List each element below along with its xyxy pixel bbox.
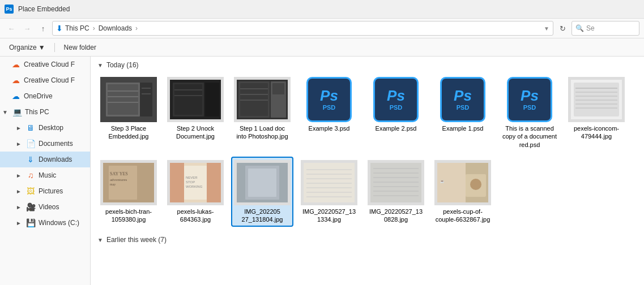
command-separator (54, 43, 55, 52)
command-bar: Organize ▼ New folder (0, 38, 644, 57)
documents-expand-arrow: ► (16, 141, 23, 147)
file-thumb-pexels-iconcom (568, 77, 625, 122)
file-item-pexels-lukas[interactable]: NEVER STOP WORKING pexels-lukas-684363.j… (164, 157, 227, 227)
file-name-step1: Step 1 Load doc into Photoshop.jpg (234, 124, 290, 141)
file-thumb-step2 (167, 77, 224, 122)
sidebar-item-desktop[interactable]: ► 🖥 Desktop (0, 120, 90, 136)
file-thumb-pexels-bich-tran: SAY YES adventures may (100, 160, 157, 205)
file-name-example2: Example 2.psd (376, 124, 417, 132)
sidebar-label-downloads: Downloads (39, 156, 72, 163)
today-chevron-icon: ▼ (97, 62, 103, 68)
today-section-label: Today (16) (106, 61, 139, 69)
file-item-img-130828[interactable]: IMG_20220527_130828.jpg (365, 157, 427, 227)
file-item-pexels-bich-tran[interactable]: SAY YES adventures may pexels-bich-tran-… (97, 157, 160, 227)
search-icon: 🔍 (575, 24, 584, 32)
thumb-svg-step2 (170, 80, 221, 119)
creative-cloud-icon-1: ☁ (11, 60, 20, 69)
svg-rect-24 (574, 83, 619, 116)
sidebar-item-documents[interactable]: ► 📄 Documents (0, 136, 90, 152)
address-dropdown-arrow[interactable]: ▼ (544, 25, 549, 32)
sidebar-item-pictures[interactable]: ► 🖼 Pictures (0, 183, 90, 199)
music-icon: ♫ (26, 171, 35, 180)
svg-rect-22 (272, 83, 284, 94)
today-section-header[interactable]: ▼ Today (16) (97, 61, 637, 69)
file-thumb-step1 (234, 77, 291, 122)
forward-button[interactable]: → (20, 21, 34, 35)
search-box[interactable]: 🔍 Se (572, 21, 639, 36)
file-thumb-example1: Ps PSD (434, 77, 491, 122)
thumb-svg-img1 (237, 163, 288, 202)
desktop-icon: 🖥 (26, 123, 35, 132)
sidebar-item-onedrive[interactable]: ☁ OneDrive (0, 88, 90, 104)
videos-icon: 🎥 (26, 202, 35, 211)
file-name-example1: Example 1.psd (442, 124, 484, 132)
file-thumb-scanned: Ps PSD (501, 77, 558, 122)
file-name-img-130828: IMG_20220527_130828.jpg (368, 208, 424, 224)
sidebar-item-this-pc[interactable]: ▼ 💻 This PC (0, 104, 90, 120)
file-item-step3[interactable]: Step 3 Place Embedded.jpg (97, 74, 160, 152)
file-thumb-pexels-cup: ☕ (434, 160, 491, 205)
thumb-svg-step1 (237, 80, 288, 119)
thumb-svg-img2 (304, 163, 355, 202)
sidebar-item-creative-cloud-1[interactable]: ☁ Creative Cloud F (0, 57, 90, 72)
file-name-img-131334: IMG_20220527_131334.jpg (301, 208, 357, 224)
pictures-icon: 🖼 (26, 187, 35, 196)
file-item-img-131804[interactable]: IMG_202205 27_131804.jpg (231, 157, 293, 227)
up-button[interactable]: ↑ (36, 21, 50, 35)
thumb-svg-pexels1 (571, 80, 622, 119)
svg-rect-14 (205, 83, 219, 116)
file-item-example2[interactable]: Ps PSD Example 2.psd (365, 74, 427, 152)
sidebar-item-videos[interactable]: ► 🎥 Videos (0, 199, 90, 215)
svg-text:WORKING: WORKING (186, 185, 203, 188)
file-item-step2[interactable]: Step 2 Unock Document.jpg (164, 74, 227, 152)
file-item-pexels-cup[interactable]: ☕ pexels-cup-of-couple-6632867.jpg (432, 157, 494, 227)
new-folder-label: New folder (64, 44, 96, 51)
sidebar-item-creative-cloud-2[interactable]: ☁ Creative Cloud F (0, 72, 90, 88)
svg-text:may: may (110, 183, 116, 186)
thumb-svg-step3 (103, 80, 154, 119)
file-name-img-131804: IMG_202205 27_131804.jpg (234, 208, 290, 224)
sidebar: ☁ Creative Cloud F ☁ Creative Cloud F ☁ … (0, 57, 91, 285)
svg-rect-2 (108, 84, 138, 115)
title-bar: Ps Place Embedded (0, 0, 644, 18)
sidebar-item-windows-c[interactable]: ► 💾 Windows (C:) (0, 215, 90, 231)
svg-text:☕: ☕ (440, 179, 445, 184)
file-thumb-img-130828 (368, 160, 424, 205)
back-button[interactable]: ← (5, 21, 18, 35)
file-name-pexels-bich-tran: pexels-bich-tran-1059380.jpg (101, 208, 156, 224)
new-folder-button[interactable]: New folder (59, 41, 101, 54)
sidebar-label-desktop: Desktop (39, 124, 63, 132)
sidebar-item-downloads[interactable]: ► ⇓ Downloads (0, 152, 90, 167)
organize-arrow: ▼ (39, 44, 45, 51)
sidebar-label-documents: Documents (39, 140, 73, 148)
file-thumb-example2: Ps PSD (368, 77, 424, 122)
file-item-example1[interactable]: Ps PSD Example 1.psd (432, 74, 494, 152)
file-thumb-example3: Ps PSD (301, 77, 357, 122)
search-label: Se (586, 24, 595, 32)
sidebar-label-videos: Videos (39, 203, 59, 211)
address-download-icon: ⬇ (56, 24, 63, 33)
file-thumb-img-131334 (301, 160, 357, 205)
sidebar-label-cc1: Creative Cloud F (24, 61, 75, 68)
refresh-button[interactable]: ↻ (556, 21, 569, 35)
file-item-img-131334[interactable]: IMG_20220527_131334.jpg (298, 157, 360, 227)
file-name-scanned: This is a scanned copy of a document red… (502, 124, 557, 149)
psd-icon-example1: Ps PSD (440, 77, 485, 122)
app-icon: Ps (5, 5, 14, 14)
sidebar-item-music[interactable]: ► ♫ Music (0, 167, 90, 183)
thumb-svg-img3 (370, 163, 421, 202)
file-item-scanned[interactable]: Ps PSD This is a scanned copy of a docum… (498, 74, 561, 152)
earlier-section-header[interactable]: ▼ Earlier this week (7) (97, 236, 637, 244)
file-name-pexels-lukas: pexels-lukas-684363.jpg (168, 208, 223, 224)
address-bar[interactable]: ⬇ This PC › Downloads › ▼ (52, 21, 553, 36)
file-item-step1[interactable]: Step 1 Load doc into Photoshop.jpg (231, 74, 293, 152)
today-file-grid: Step 3 Place Embedded.jpg Step 2 Unock D… (97, 74, 637, 227)
this-pc-expand-arrow: ▼ (2, 109, 9, 115)
file-item-example3[interactable]: Ps PSD Example 3.psd (298, 74, 360, 152)
thumb-svg-pexels2: SAY YES adventures may (103, 163, 154, 202)
svg-text:NEVER: NEVER (186, 176, 198, 179)
music-expand-arrow: ► (16, 172, 23, 179)
file-item-pexels-iconcom[interactable]: pexels-iconcom-479444.jpg (565, 74, 628, 152)
file-name-pexels-cup: pexels-cup-of-couple-6632867.jpg (435, 208, 491, 224)
organize-button[interactable]: Organize ▼ (5, 41, 50, 54)
